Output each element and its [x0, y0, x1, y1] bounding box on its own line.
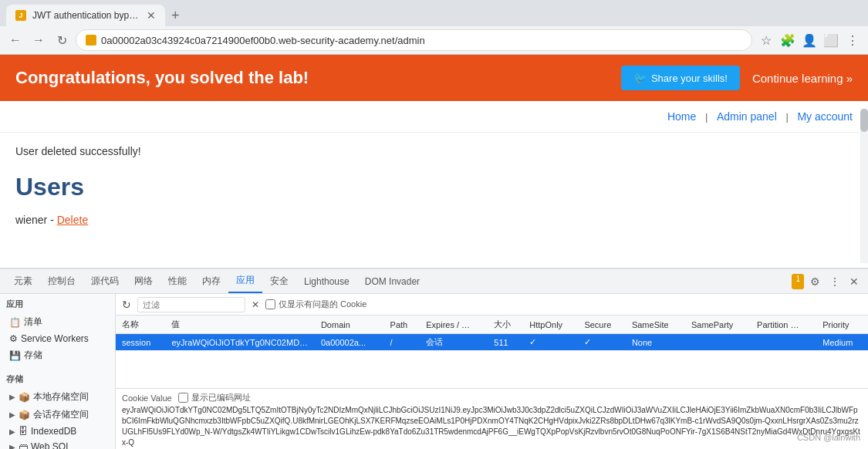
clear-filter-button[interactable]: ✕ [252, 299, 259, 310]
page-content: Congratulations, you solved the lab! 🐦 S… [0, 55, 868, 449]
sidebar-item-indexeddb[interactable]: ▶ 🗄 IndexedDB [6, 424, 109, 439]
cell-samesite: None [626, 334, 685, 351]
col-domain: Domain [315, 316, 384, 334]
sidebar-item-manifest[interactable]: 📋 清单 [6, 313, 109, 331]
expand-icon: ▶ [9, 393, 15, 401]
cell-partition [751, 334, 816, 351]
cell-domain: 0a00002a... [315, 334, 384, 351]
col-name: 名称 [116, 316, 165, 334]
table-row[interactable]: session eyJraWQiOiJiOTdkYTg0NC02MDg5LTQ5… [116, 334, 868, 351]
col-expires: Expires / … [420, 316, 488, 334]
sidebar-item-session-storage[interactable]: ▶ 📦 会话存储空间 [6, 406, 109, 424]
issues-filter-label[interactable]: 仅显示有问题的 Cookie [265, 299, 366, 310]
devtools-tabs: 元素 控制台 源代码 网络 性能 内存 应用 安全 Lighthouse DOM… [0, 269, 868, 294]
session-storage-icon: 📦 [19, 410, 30, 420]
expand-icon-2: ▶ [9, 410, 15, 419]
sidebar-item-manifest-label: 清单 [24, 316, 42, 329]
delete-link[interactable]: Delete [57, 214, 88, 226]
devtools-tab-lighthouse[interactable]: Lighthouse [296, 272, 357, 292]
toolbar-icons: ☆ 🧩 👤 ⬜ ⋮ [757, 31, 862, 49]
cell-value: eyJraWQiOiJiOTdkYTg0NC02MDg5LTQ5ZmItOTBj… [165, 334, 314, 351]
devtools-tab-dominvader[interactable]: DOM Invader [357, 272, 427, 292]
share-button-label: Share your skills! [651, 73, 728, 84]
cookie-value-label-text: Cookie Value [122, 393, 172, 403]
admin-panel-link[interactable]: Admin panel [717, 110, 777, 123]
window-icon[interactable]: ⬜ [822, 31, 840, 49]
col-size: 大小 [488, 316, 523, 334]
col-secure: Secure [578, 316, 626, 334]
devtools-close-icon[interactable]: ✕ [846, 274, 862, 289]
profile-icon[interactable]: 👤 [800, 31, 819, 49]
forward-button[interactable]: → [29, 31, 48, 49]
back-button[interactable]: ← [6, 31, 25, 49]
devtools-tab-network[interactable]: 网络 [127, 270, 160, 292]
filter-input[interactable] [137, 297, 245, 312]
sidebar-item-local-storage[interactable]: ▶ 📦 本地存储空间 [6, 388, 109, 406]
extensions-icon[interactable]: 🧩 [778, 31, 797, 49]
sidebar-section-storage: 存储 ▶ 📦 本地存储空间 ▶ 📦 会话存储空间 ▶ 🗄 Index [0, 369, 115, 449]
continue-learning-link[interactable]: Continue learning » [752, 72, 853, 85]
refresh-button[interactable]: ↻ [122, 299, 131, 311]
sidebar-item-session-storage-label: 会话存储空间 [33, 408, 89, 421]
app-main: ↻ ✕ 仅显示有问题的 Cookie 名称 值 [116, 294, 868, 449]
scrollbar-thumb[interactable] [860, 109, 868, 132]
cell-sameparty [685, 334, 751, 351]
twitter-icon: 🐦 [633, 72, 647, 84]
reload-button[interactable]: ↻ [52, 31, 71, 49]
menu-icon[interactable]: ⋮ [843, 31, 862, 49]
websql-icon: 🗃 [19, 441, 28, 449]
sidebar-item-storage[interactable]: 💾 存储 [6, 346, 109, 364]
issues-filter-checkbox[interactable] [265, 299, 275, 309]
browser-chrome: J JWT authentication bypass vi... ✕ + ← … [0, 0, 868, 55]
cookie-value-section: Cookie Value 显示已编码网址 eyJraWQiOiJiOTdkYTg… [116, 388, 868, 449]
devtools-more-icon[interactable]: ⋮ [826, 274, 843, 289]
main-area: User deleted successfully! Users wiener … [0, 133, 868, 238]
devtools-icons: 1 ⚙ ⋮ ✕ [792, 274, 862, 289]
page-nav: Home | Admin panel | My account [0, 101, 868, 133]
sidebar-item-local-storage-label: 本地存储空间 [33, 390, 89, 403]
sidebar-item-service-workers[interactable]: ⚙ Service Workers [6, 331, 109, 346]
devtools-tab-security[interactable]: 安全 [262, 270, 296, 292]
page-scrollbar[interactable] [860, 109, 868, 263]
devtools-tab-memory[interactable]: 内存 [194, 270, 228, 292]
local-storage-icon: 📦 [19, 392, 30, 403]
url-bar[interactable]: 0a00002a03c43924c0a7214900ef00b0.web-sec… [76, 29, 752, 51]
col-partition: Partition … [751, 316, 816, 334]
cookie-toolbar: ↻ ✕ 仅显示有问题的 Cookie [116, 294, 868, 316]
sidebar-item-websql[interactable]: ▶ 🗃 Web SQL [6, 439, 109, 449]
tab-favicon: J [15, 10, 26, 21]
new-tab-button[interactable]: + [171, 8, 180, 24]
cell-expires: 会话 [420, 334, 488, 351]
sidebar-section-title-application: 应用 [6, 299, 109, 310]
home-link[interactable]: Home [667, 110, 696, 123]
manifest-icon: 📋 [9, 317, 21, 328]
bookmark-icon[interactable]: ☆ [757, 31, 775, 49]
indexeddb-icon: 🗄 [19, 426, 28, 437]
expand-icon-4: ▶ [9, 443, 15, 450]
devtools-tab-sources[interactable]: 源代码 [83, 270, 127, 292]
cookie-value-label: Cookie Value 显示已编码网址 [122, 392, 862, 403]
devtools-tab-performance[interactable]: 性能 [160, 270, 194, 292]
share-skills-button[interactable]: 🐦 Share your skills! [621, 66, 740, 90]
banner-actions: 🐦 Share your skills! Continue learning » [621, 66, 853, 90]
sidebar-section-title-storage: 存储 [6, 373, 109, 385]
sidebar-item-websql-label: Web SQL [31, 441, 71, 449]
devtools-tab-elements[interactable]: 元素 [6, 270, 40, 292]
sidebar-item-indexeddb-label: IndexedDB [31, 426, 76, 437]
show-decoded-checkbox[interactable] [178, 393, 188, 403]
devtools-tab-application[interactable]: 应用 [228, 269, 262, 293]
devtools-tab-console[interactable]: 控制台 [40, 270, 83, 292]
my-account-link[interactable]: My account [797, 110, 853, 123]
cell-priority: Medium [816, 334, 868, 351]
active-tab[interactable]: J JWT authentication bypass vi... ✕ [6, 5, 165, 26]
sidebar-section-application: 应用 📋 清单 ⚙ Service Workers 💾 存储 [0, 294, 115, 369]
url-favicon [86, 35, 96, 46]
users-title: Users [15, 173, 853, 201]
tab-close-button[interactable]: ✕ [147, 9, 156, 22]
devtools-settings-icon[interactable]: ⚙ [807, 274, 823, 289]
col-value: 值 [165, 316, 314, 334]
col-sameparty: SameParty [685, 316, 751, 334]
show-decoded-label[interactable]: 显示已编码网址 [178, 392, 251, 403]
address-bar: ← → ↻ 0a00002a03c43924c0a7214900ef00b0.w… [0, 26, 868, 54]
sidebar-item-service-workers-label: Service Workers [21, 333, 89, 344]
